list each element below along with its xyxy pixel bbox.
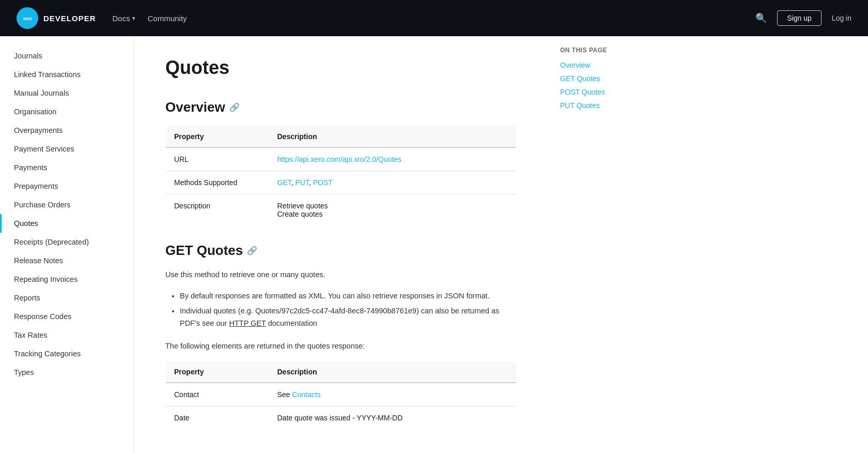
list-item: By default responses are formatted as XM… — [180, 290, 517, 303]
sidebar-item-overpayments[interactable]: Overpayments — [0, 121, 134, 140]
sidebar-item-release-notes[interactable]: Release Notes — [0, 251, 134, 270]
logo-icon: xero — [17, 7, 38, 29]
toc-item-get-quotes[interactable]: GET Quotes — [560, 74, 649, 83]
sidebar-item-response-codes[interactable]: Response Codes — [0, 307, 134, 326]
table-row: URL https://api.xero.com/api.xro/2.0/Quo… — [166, 147, 517, 171]
table-cell: https://api.xero.com/api.xro/2.0/Quotes — [269, 147, 517, 171]
sidebar-item-manual-journals[interactable]: Manual Journals — [0, 84, 134, 102]
put-method-link[interactable]: PUT — [296, 178, 309, 187]
nav-docs[interactable]: Docs ▾ — [113, 14, 135, 23]
sidebar-item-reports[interactable]: Reports — [0, 289, 134, 307]
toc-panel: On this page Overview GET Quotes POST Qu… — [548, 36, 661, 453]
logo-text: DEVELOPER — [43, 14, 96, 23]
table-cell: Methods Supported — [166, 171, 269, 194]
header-actions: 🔍 Sign up Log in — [755, 10, 851, 26]
chevron-down-icon: ▾ — [132, 15, 135, 22]
logo[interactable]: xero DEVELOPER — [17, 7, 96, 29]
sidebar-item-payment-services[interactable]: Payment Services — [0, 140, 134, 158]
page-layout: Journals Linked Transactions Manual Jour… — [0, 36, 868, 453]
toc-item-put-quotes[interactable]: PUT Quotes — [560, 101, 649, 110]
get-method-link[interactable]: GET — [277, 178, 291, 187]
sidebar-item-organisation[interactable]: Organisation — [0, 102, 134, 121]
table-cell: URL — [166, 147, 269, 171]
contacts-link[interactable]: Contacts — [292, 390, 320, 399]
post-method-link[interactable]: POST — [313, 178, 333, 187]
table-row: Methods Supported GET, PUT, POST — [166, 171, 517, 194]
page-title: Quotes — [165, 57, 517, 79]
url-link[interactable]: https://api.xero.com/api.xro/2.0/Quotes — [277, 155, 401, 163]
table-cell: See Contacts — [269, 383, 517, 406]
svg-text:xero: xero — [23, 16, 32, 21]
toc-label: On this page — [560, 47, 649, 54]
table-cell: Description — [166, 194, 269, 226]
signup-button[interactable]: Sign up — [777, 10, 821, 26]
table-row: Contact See Contacts — [166, 383, 517, 406]
sidebar-item-linked-transactions[interactable]: Linked Transactions — [0, 65, 134, 84]
table-cell: Date — [166, 406, 269, 429]
main-content: Quotes Overview 🔗 Property Description U… — [134, 36, 548, 453]
get-quotes-heading: GET Quotes 🔗 — [165, 243, 517, 259]
table-cell: GET, PUT, POST — [269, 171, 517, 194]
sidebar-item-quotes[interactable]: Quotes — [0, 214, 134, 233]
search-icon[interactable]: 🔍 — [755, 12, 767, 24]
table-cell: Retrieve quotes Create quotes — [269, 194, 517, 226]
sidebar-item-receipts-deprecated[interactable]: Receipts (Deprecated) — [0, 233, 134, 251]
table-row: Date Date quote was issued - YYYY-MM-DD — [166, 406, 517, 429]
anchor-icon[interactable]: 🔗 — [247, 246, 257, 255]
nav-community[interactable]: Community — [148, 14, 187, 23]
anchor-icon[interactable]: 🔗 — [229, 102, 240, 112]
list-item: Individual quotes (e.g. Quotes/97c2dc5-c… — [180, 305, 517, 330]
sidebar-item-prepayments[interactable]: Prepayments — [0, 177, 134, 195]
get-quotes-bullet-list: By default responses are formatted as XM… — [165, 290, 517, 330]
get-quotes-col-description: Description — [269, 361, 517, 383]
get-quotes-elements-text: The following elements are returned in t… — [165, 340, 517, 353]
get-quotes-section: GET Quotes 🔗 Use this method to retrieve… — [165, 243, 517, 430]
table-row: Description Retrieve quotes Create quote… — [166, 194, 517, 226]
sidebar-item-journals[interactable]: Journals — [0, 47, 134, 65]
main-nav: Docs ▾ Community — [113, 14, 739, 23]
toc-item-overview[interactable]: Overview — [560, 61, 649, 69]
http-get-link[interactable]: HTTP GET — [229, 319, 266, 327]
site-header: xero DEVELOPER Docs ▾ Community 🔍 Sign u… — [0, 0, 868, 36]
overview-heading: Overview 🔗 — [165, 99, 517, 115]
sidebar-item-tracking-categories[interactable]: Tracking Categories — [0, 344, 134, 363]
overview-section: Overview 🔗 Property Description URL http… — [165, 99, 517, 226]
overview-col-description: Description — [269, 126, 517, 148]
get-quotes-table: Property Description Contact See Contact… — [165, 361, 517, 430]
login-button[interactable]: Log in — [832, 14, 851, 22]
toc-item-post-quotes[interactable]: POST Quotes — [560, 88, 649, 96]
sidebar-item-payments[interactable]: Payments — [0, 158, 134, 177]
get-quotes-intro: Use this method to retrieve one or many … — [165, 269, 517, 281]
get-quotes-col-property: Property — [166, 361, 269, 383]
table-cell: Date quote was issued - YYYY-MM-DD — [269, 406, 517, 429]
sidebar-item-types[interactable]: Types — [0, 363, 134, 382]
sidebar-item-tax-rates[interactable]: Tax Rates — [0, 326, 134, 344]
overview-col-property: Property — [166, 126, 269, 148]
sidebar-item-repeating-invoices[interactable]: Repeating Invoices — [0, 270, 134, 289]
table-cell: Contact — [166, 383, 269, 406]
overview-table: Property Description URL https://api.xer… — [165, 126, 517, 226]
sidebar: Journals Linked Transactions Manual Jour… — [0, 36, 134, 453]
sidebar-item-purchase-orders[interactable]: Purchase Orders — [0, 195, 134, 214]
